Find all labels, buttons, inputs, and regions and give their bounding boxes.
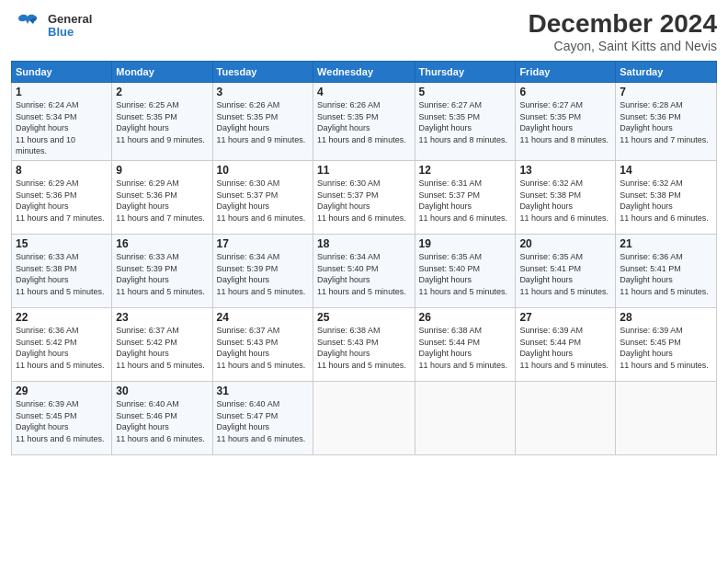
- calendar-cell: [313, 381, 415, 454]
- calendar-cell: 18 Sunrise: 6:34 AM Sunset: 5:40 PM Dayl…: [313, 234, 415, 307]
- month-title: December 2024: [529, 9, 717, 39]
- day-info: Sunrise: 6:38 AM Sunset: 5:44 PM Dayligh…: [419, 325, 512, 371]
- calendar-cell: 20 Sunrise: 6:35 AM Sunset: 5:41 PM Dayl…: [516, 234, 616, 307]
- day-number: 2: [116, 86, 208, 98]
- day-number: 20: [519, 237, 611, 250]
- page-container: General Blue December 2024 Cayon, Saint …: [0, 0, 728, 563]
- day-info: Sunrise: 6:38 AM Sunset: 5:43 PM Dayligh…: [317, 325, 410, 371]
- calendar-cell: 10 Sunrise: 6:30 AM Sunset: 5:37 PM Dayl…: [212, 160, 313, 234]
- day-number: 16: [116, 237, 208, 250]
- calendar-cell: 30 Sunrise: 6:40 AM Sunset: 5:46 PM Dayl…: [112, 381, 212, 454]
- day-number: 9: [116, 164, 208, 177]
- logo-bird-icon: [11, 9, 44, 42]
- day-number: 5: [419, 86, 512, 98]
- location: Cayon, Saint Kitts and Nevis: [529, 39, 717, 53]
- day-number: 14: [620, 164, 712, 177]
- day-number: 29: [16, 385, 108, 397]
- calendar-cell: 4 Sunrise: 6:26 AM Sunset: 5:35 PM Dayli…: [313, 83, 415, 161]
- col-friday: Friday: [516, 62, 616, 83]
- calendar-cell: 22 Sunrise: 6:36 AM Sunset: 5:42 PM Dayl…: [12, 307, 112, 381]
- day-info: Sunrise: 6:35 AM Sunset: 5:41 PM Dayligh…: [519, 251, 611, 297]
- col-thursday: Thursday: [415, 62, 516, 83]
- logo-blue: Blue: [48, 26, 92, 39]
- day-number: 24: [217, 311, 309, 324]
- day-number: 17: [217, 237, 309, 250]
- day-info: Sunrise: 6:37 AM Sunset: 5:43 PM Dayligh…: [217, 325, 309, 371]
- day-number: 12: [419, 164, 512, 177]
- day-info: Sunrise: 6:32 AM Sunset: 5:38 PM Dayligh…: [519, 178, 611, 224]
- day-info: Sunrise: 6:29 AM Sunset: 5:36 PM Dayligh…: [16, 178, 108, 224]
- day-number: 19: [419, 237, 512, 250]
- day-number: 13: [519, 164, 611, 177]
- page-header: General Blue December 2024 Cayon, Saint …: [11, 9, 717, 53]
- day-info: Sunrise: 6:28 AM Sunset: 5:36 PM Dayligh…: [620, 99, 712, 145]
- col-wednesday: Wednesday: [313, 62, 415, 83]
- calendar-week-row: 1 Sunrise: 6:24 AM Sunset: 5:34 PM Dayli…: [12, 83, 717, 161]
- calendar-cell: 11 Sunrise: 6:30 AM Sunset: 5:37 PM Dayl…: [313, 160, 415, 234]
- calendar-cell: 27 Sunrise: 6:39 AM Sunset: 5:44 PM Dayl…: [516, 307, 616, 381]
- day-info: Sunrise: 6:40 AM Sunset: 5:47 PM Dayligh…: [217, 398, 309, 444]
- day-info: Sunrise: 6:30 AM Sunset: 5:37 PM Dayligh…: [217, 178, 309, 224]
- calendar-cell: [616, 381, 717, 454]
- title-block: December 2024 Cayon, Saint Kitts and Nev…: [529, 9, 717, 53]
- day-info: Sunrise: 6:31 AM Sunset: 5:37 PM Dayligh…: [419, 178, 512, 224]
- day-info: Sunrise: 6:26 AM Sunset: 5:35 PM Dayligh…: [217, 99, 309, 145]
- calendar-table: Sunday Monday Tuesday Wednesday Thursday…: [11, 61, 717, 455]
- day-number: 4: [317, 86, 410, 98]
- col-saturday: Saturday: [616, 62, 717, 83]
- calendar-cell: 24 Sunrise: 6:37 AM Sunset: 5:43 PM Dayl…: [212, 307, 313, 381]
- calendar-cell: 17 Sunrise: 6:34 AM Sunset: 5:39 PM Dayl…: [212, 234, 313, 307]
- day-info: Sunrise: 6:36 AM Sunset: 5:42 PM Dayligh…: [16, 325, 108, 371]
- day-number: 30: [116, 385, 208, 397]
- calendar-header-row: Sunday Monday Tuesday Wednesday Thursday…: [12, 62, 717, 83]
- day-info: Sunrise: 6:27 AM Sunset: 5:35 PM Dayligh…: [419, 99, 512, 145]
- day-number: 28: [620, 311, 712, 324]
- calendar-cell: 5 Sunrise: 6:27 AM Sunset: 5:35 PM Dayli…: [415, 83, 516, 161]
- logo: General Blue: [11, 9, 92, 42]
- calendar-week-row: 29 Sunrise: 6:39 AM Sunset: 5:45 PM Dayl…: [12, 381, 717, 454]
- calendar-cell: 1 Sunrise: 6:24 AM Sunset: 5:34 PM Dayli…: [12, 83, 112, 161]
- day-info: Sunrise: 6:24 AM Sunset: 5:34 PM Dayligh…: [16, 99, 108, 157]
- calendar-cell: 28 Sunrise: 6:39 AM Sunset: 5:45 PM Dayl…: [616, 307, 717, 381]
- calendar-cell: 16 Sunrise: 6:33 AM Sunset: 5:39 PM Dayl…: [112, 234, 212, 307]
- day-number: 6: [519, 86, 611, 98]
- col-sunday: Sunday: [12, 62, 112, 83]
- day-info: Sunrise: 6:25 AM Sunset: 5:35 PM Dayligh…: [116, 99, 208, 145]
- calendar-cell: [415, 381, 516, 454]
- day-info: Sunrise: 6:33 AM Sunset: 5:39 PM Dayligh…: [116, 251, 208, 297]
- day-info: Sunrise: 6:34 AM Sunset: 5:40 PM Dayligh…: [317, 251, 410, 297]
- calendar-cell: 21 Sunrise: 6:36 AM Sunset: 5:41 PM Dayl…: [616, 234, 717, 307]
- day-number: 26: [419, 311, 512, 324]
- day-info: Sunrise: 6:27 AM Sunset: 5:35 PM Dayligh…: [519, 99, 611, 145]
- day-number: 7: [620, 86, 712, 98]
- calendar-cell: 15 Sunrise: 6:33 AM Sunset: 5:38 PM Dayl…: [12, 234, 112, 307]
- day-number: 27: [519, 311, 611, 324]
- col-monday: Monday: [112, 62, 212, 83]
- calendar-cell: 3 Sunrise: 6:26 AM Sunset: 5:35 PM Dayli…: [212, 83, 313, 161]
- calendar-cell: 19 Sunrise: 6:35 AM Sunset: 5:40 PM Dayl…: [415, 234, 516, 307]
- day-info: Sunrise: 6:36 AM Sunset: 5:41 PM Dayligh…: [620, 251, 712, 297]
- calendar-week-row: 22 Sunrise: 6:36 AM Sunset: 5:42 PM Dayl…: [12, 307, 717, 381]
- calendar-cell: 23 Sunrise: 6:37 AM Sunset: 5:42 PM Dayl…: [112, 307, 212, 381]
- day-number: 21: [620, 237, 712, 250]
- day-info: Sunrise: 6:39 AM Sunset: 5:45 PM Dayligh…: [16, 398, 108, 444]
- day-info: Sunrise: 6:40 AM Sunset: 5:46 PM Dayligh…: [116, 398, 208, 444]
- calendar-cell: 25 Sunrise: 6:38 AM Sunset: 5:43 PM Dayl…: [313, 307, 415, 381]
- day-number: 3: [217, 86, 309, 98]
- calendar-cell: 13 Sunrise: 6:32 AM Sunset: 5:38 PM Dayl…: [516, 160, 616, 234]
- day-number: 11: [317, 164, 410, 177]
- calendar-cell: 6 Sunrise: 6:27 AM Sunset: 5:35 PM Dayli…: [516, 83, 616, 161]
- calendar-cell: 12 Sunrise: 6:31 AM Sunset: 5:37 PM Dayl…: [415, 160, 516, 234]
- day-info: Sunrise: 6:39 AM Sunset: 5:44 PM Dayligh…: [519, 325, 611, 371]
- day-info: Sunrise: 6:35 AM Sunset: 5:40 PM Dayligh…: [419, 251, 512, 297]
- calendar-cell: 14 Sunrise: 6:32 AM Sunset: 5:38 PM Dayl…: [616, 160, 717, 234]
- day-number: 10: [217, 164, 309, 177]
- col-tuesday: Tuesday: [212, 62, 313, 83]
- calendar-cell: 9 Sunrise: 6:29 AM Sunset: 5:36 PM Dayli…: [112, 160, 212, 234]
- day-number: 1: [16, 86, 108, 98]
- day-number: 31: [217, 385, 309, 397]
- calendar-cell: 7 Sunrise: 6:28 AM Sunset: 5:36 PM Dayli…: [616, 83, 717, 161]
- day-info: Sunrise: 6:32 AM Sunset: 5:38 PM Dayligh…: [620, 178, 712, 224]
- day-info: Sunrise: 6:29 AM Sunset: 5:36 PM Dayligh…: [116, 178, 208, 224]
- calendar-cell: 8 Sunrise: 6:29 AM Sunset: 5:36 PM Dayli…: [12, 160, 112, 234]
